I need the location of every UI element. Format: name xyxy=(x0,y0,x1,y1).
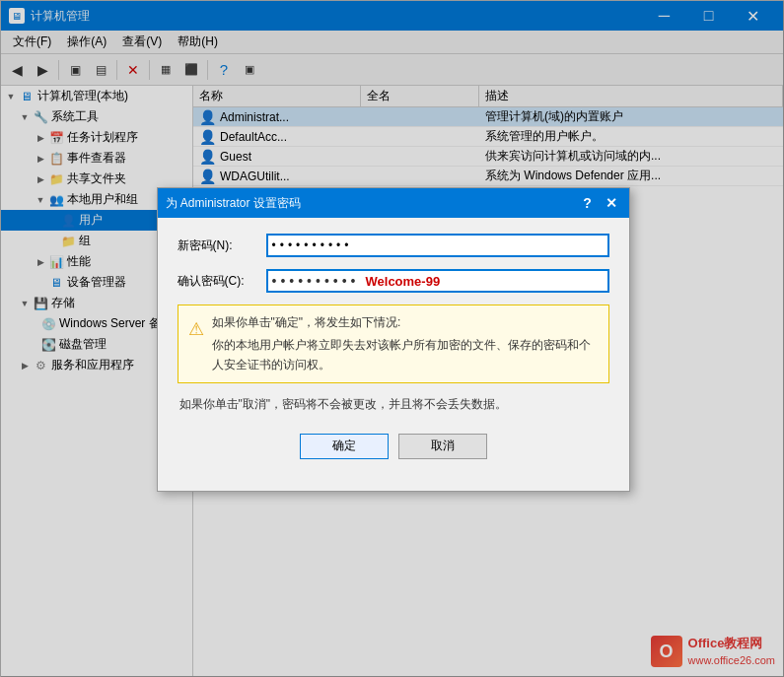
dialog-title-bar: 为 Administrator 设置密码 ? ✕ xyxy=(158,188,629,218)
dialog-warning-box: ⚠ 如果你单击"确定"，将发生如下情况: 你的本地用户帐户将立即失去对该帐户所有… xyxy=(178,305,609,383)
dialog-help-button[interactable]: ? xyxy=(578,193,598,213)
warning-icon: ⚠ xyxy=(188,315,204,344)
warning-detail: 你的本地用户帐户将立即失去对该帐户所有加密的文件、保存的密码和个人安全证书的访问… xyxy=(212,336,599,373)
dialog-title-text: 为 Administrator 设置密码 xyxy=(166,195,578,212)
dialog-body: 新密码(N): 确认密码(C): •••••••••• Welcome-99 ⚠… xyxy=(158,218,629,491)
dialog-footer: 确定 取消 xyxy=(178,430,609,475)
password-dialog: 为 Administrator 设置密码 ? ✕ 新密码(N): 确认密码(C)… xyxy=(157,187,630,492)
new-password-input[interactable] xyxy=(266,234,609,257)
dialog-overlay: 为 Administrator 设置密码 ? ✕ 新密码(N): 确认密码(C)… xyxy=(1,1,784,677)
confirm-password-extra: Welcome-99 xyxy=(366,274,441,289)
dialog-ok-button[interactable]: 确定 xyxy=(300,434,389,459)
dialog-cancel-info: 如果你单击"取消"，密码将不会被更改，并且将不会丢失数据。 xyxy=(178,395,609,414)
dialog-close-button[interactable]: ✕ xyxy=(602,193,621,213)
warning-title: 如果你单击"确定"，将发生如下情况: xyxy=(212,313,599,332)
confirm-password-dots: •••••••••• xyxy=(272,273,360,289)
new-password-label: 新密码(N): xyxy=(178,237,266,254)
dialog-title-buttons: ? ✕ xyxy=(578,193,621,213)
confirm-password-row: 确认密码(C): •••••••••• Welcome-99 xyxy=(178,269,609,293)
new-password-row: 新密码(N): xyxy=(178,234,609,257)
warning-text: 如果你单击"确定"，将发生如下情况: 你的本地用户帐户将立即失去对该帐户所有加密… xyxy=(212,313,599,374)
confirm-password-label: 确认密码(C): xyxy=(178,273,266,290)
dialog-cancel-button[interactable]: 取消 xyxy=(398,434,487,459)
confirm-password-field[interactable]: •••••••••• Welcome-99 xyxy=(266,269,609,293)
